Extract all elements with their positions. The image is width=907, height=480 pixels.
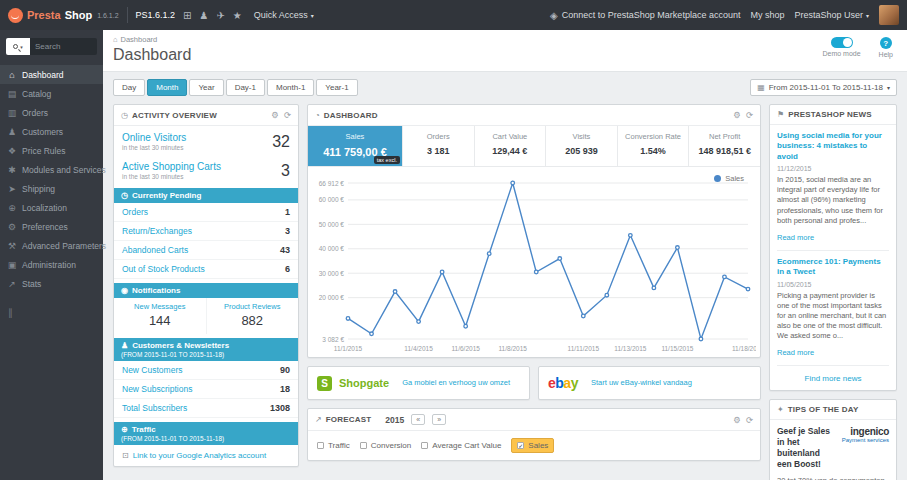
breadcrumb[interactable]: ⌂ Dashboard (113, 35, 897, 44)
demo-mode-toggle[interactable] (831, 37, 853, 48)
refresh-icon[interactable]: ⟳ (746, 110, 753, 120)
customers-row-total-subscribers[interactable]: Total Subscribers1308 (114, 399, 298, 418)
gear-icon[interactable]: ⚙ (733, 110, 741, 120)
active-carts-stat[interactable]: Active Shopping Carts in the last 30 min… (114, 155, 298, 184)
quick-access-menu[interactable]: Quick Access ▾ (254, 10, 314, 20)
kpi-net-profit[interactable]: Net Profit 148 918,51 € (689, 126, 760, 166)
tips-body: Geef je Sales in het buitenland een Boos… (770, 420, 896, 480)
checkbox[interactable] (421, 442, 428, 449)
sidebar-item-advanced-parameters[interactable]: ⚒Advanced Parameters (0, 236, 103, 255)
trophy-icon[interactable]: ★ (233, 10, 242, 21)
send-icon[interactable]: ✈ (216, 10, 224, 21)
period-year-1-button[interactable]: Year-1 (316, 79, 357, 96)
period-day-1-button[interactable]: Day-1 (226, 79, 265, 96)
prestashop-logo[interactable]: PrestaShop 1.6.1.2 (8, 8, 119, 23)
demo-mode-control[interactable]: Demo mode (822, 37, 860, 58)
kpi-sales[interactable]: Sales 411 759,00 € tax excl. (308, 126, 403, 166)
sales-chart[interactable]: Sales 66 912 €60 000 €50 000 €40 000 €30… (308, 167, 760, 357)
pending-row-abandoned-carts[interactable]: Abandoned Carts43 (114, 241, 298, 260)
ebay-link[interactable]: Start uw eBay-winkel vandaag (591, 378, 692, 388)
kpi-conversion-rate[interactable]: Conversion Rate 1.54% (618, 126, 690, 166)
forecast-year: 2015 (385, 415, 404, 425)
currently-pending-header: ◷ Currently Pending (114, 188, 298, 203)
find-more-news-link[interactable]: Find more news (777, 372, 889, 384)
row-label: New Subscriptions (122, 384, 192, 394)
sidebar-item-customers[interactable]: ♟Customers (0, 122, 103, 141)
svg-text:11/13/2015: 11/13/2015 (614, 345, 646, 352)
date-range-picker[interactable]: ▦ From 2015-11-01 To 2015-11-18 ▾ (750, 79, 897, 96)
kpi-label: Conversion Rate (620, 132, 687, 141)
user-avatar[interactable] (879, 5, 899, 25)
shopgate-link[interactable]: Ga mobiel en verhoog uw omzet (402, 378, 510, 388)
legend-conversion[interactable]: Conversion (360, 441, 411, 450)
customers-newsletters-title: Customers & Newsletters (132, 341, 229, 350)
search-icon[interactable]: ▾ (6, 38, 30, 55)
checkbox-checked[interactable]: ✓ (517, 442, 524, 449)
kpi-orders[interactable]: Orders 3 181 (403, 126, 475, 166)
cart-icon[interactable]: ⊞ (183, 10, 191, 21)
customers-row-new-subscriptions[interactable]: New Subscriptions18 (114, 380, 298, 399)
online-visitors-stat[interactable]: Online Visitors in the last 30 minutes 3… (114, 126, 298, 155)
help-control[interactable]: ? Help (879, 37, 893, 58)
kpi-visits[interactable]: Visits 205 939 (546, 126, 618, 166)
sidebar-item-orders[interactable]: ▥Orders (0, 103, 103, 122)
forecast-next-button[interactable]: » (432, 414, 446, 425)
gear-icon[interactable]: ⚙ (271, 110, 279, 120)
period-month-1-button[interactable]: Month-1 (267, 79, 314, 96)
person-icon[interactable]: ♟ (199, 10, 208, 21)
help-icon[interactable]: ? (880, 37, 892, 49)
marketplace-connect-link[interactable]: ◈ Connect to PrestaShop Marketplace acco… (550, 10, 740, 21)
product-reviews-cell[interactable]: Product Reviews 882 (206, 298, 299, 334)
sidebar-item-preferences[interactable]: ⚙Preferences (0, 217, 103, 236)
sidebar-collapse-button[interactable]: ∥ (8, 307, 95, 318)
customers-row-new-customers[interactable]: New Customers90 (114, 361, 298, 380)
pending-row-out-of-stock[interactable]: Out of Stock Products6 (114, 260, 298, 279)
news-item: Ecommerce 101: Payments in a Tweet 11/05… (777, 257, 889, 359)
quick-access-label: Quick Access (254, 10, 308, 20)
period-day-button[interactable]: Day (113, 79, 145, 96)
localization-icon: ⊕ (7, 203, 17, 213)
ingenico-logo[interactable]: ingenico Payment services (842, 426, 889, 470)
sidebar-item-shipping[interactable]: ➤Shipping (0, 179, 103, 198)
period-month-button[interactable]: Month (147, 79, 187, 96)
new-messages-cell[interactable]: New Messages 144 (114, 298, 206, 334)
kpi-cart-value[interactable]: Cart Value 129,44 € (475, 126, 547, 166)
legend-traffic[interactable]: Traffic (317, 441, 350, 450)
sidebar-item-catalog[interactable]: ▤Catalog (0, 84, 103, 103)
svg-text:11/11/2015: 11/11/2015 (568, 345, 600, 352)
administration-icon: ▣ (7, 260, 17, 270)
google-analytics-link[interactable]: ⊡ Link to your Google Analytics account (114, 445, 298, 466)
sidebar-item-price-rules[interactable]: ❖Price Rules (0, 141, 103, 160)
search-input[interactable] (30, 38, 97, 55)
read-more-link[interactable]: Read more (777, 233, 814, 242)
sidebar-item-modules[interactable]: ✱Modules and Services (0, 160, 103, 179)
traffic-sub: (FROM 2015-11-01 TO 2015-11-18) (121, 435, 224, 442)
sidebar-item-label: Dashboard (22, 70, 64, 80)
sidebar-item-administration[interactable]: ▣Administration (0, 255, 103, 274)
sidebar-nav: ⌂Dashboard ▤Catalog ▥Orders ♟Customers ❖… (0, 65, 103, 293)
svg-text:11/8/2015: 11/8/2015 (498, 345, 527, 352)
pending-row-returns[interactable]: Return/Exchanges3 (114, 222, 298, 241)
read-more-link[interactable]: Read more (777, 348, 814, 357)
sidebar-item-dashboard[interactable]: ⌂Dashboard (0, 65, 103, 84)
user-menu[interactable]: PrestaShop User ▾ (794, 10, 869, 20)
period-year-button[interactable]: Year (189, 79, 223, 96)
checkbox[interactable] (360, 442, 367, 449)
refresh-icon[interactable]: ⟳ (284, 110, 291, 120)
traffic-header: ⊕ Traffic (FROM 2015-11-01 TO 2015-11-18… (114, 422, 298, 445)
my-shop-link[interactable]: My shop (750, 10, 784, 20)
refresh-icon[interactable]: ⟳ (746, 415, 753, 425)
shop-name[interactable]: PS1.6.1.2 (136, 10, 176, 20)
sidebar-item-localization[interactable]: ⊕Localization (0, 198, 103, 217)
svg-text:11/4/2015: 11/4/2015 (404, 345, 433, 352)
pending-row-orders[interactable]: Orders1 (114, 203, 298, 222)
forecast-prev-button[interactable]: « (411, 414, 425, 425)
news-item-title[interactable]: Using social media for your business: 4 … (777, 131, 889, 162)
gear-icon[interactable]: ⚙ (733, 415, 741, 425)
news-item-title[interactable]: Ecommerce 101: Payments in a Tweet (777, 257, 889, 278)
chart-legend[interactable]: Sales (714, 174, 744, 183)
sidebar-item-stats[interactable]: ↗Stats (0, 274, 103, 293)
legend-average-cart-value[interactable]: Average Cart Value (421, 441, 501, 450)
checkbox[interactable] (317, 442, 324, 449)
legend-sales[interactable]: ✓Sales (511, 438, 554, 453)
